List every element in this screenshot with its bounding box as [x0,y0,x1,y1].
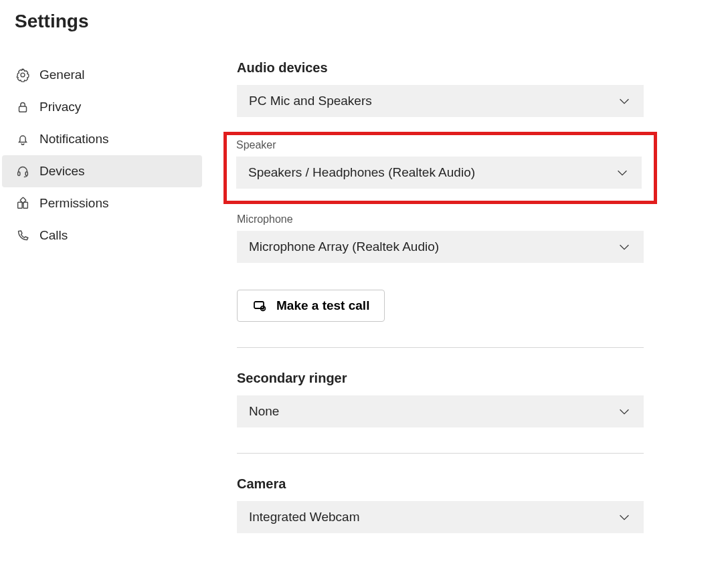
svg-rect-1 [19,106,27,112]
headset-icon [15,164,30,179]
microphone-label: Microphone [237,213,648,225]
chevron-down-icon [617,510,632,524]
svg-point-0 [21,73,25,77]
dropdown-value: Integrated Webcam [249,510,359,524]
sidebar-item-label: Permissions [39,196,108,211]
camera-heading: Camera [237,476,648,492]
dropdown-value: PC Mic and Speakers [249,94,372,108]
sidebar-item-label: Notifications [39,132,109,147]
svg-rect-3 [25,172,27,176]
divider [237,453,644,454]
chevron-down-icon [615,165,630,180]
microphone-dropdown[interactable]: Microphone Array (Realtek Audio) [237,231,644,263]
bell-icon [15,132,30,147]
secondary-ringer-heading: Secondary ringer [237,371,648,386]
speaker-dropdown[interactable]: Speakers / Headphones (Realtek Audio) [236,157,642,189]
gear-icon [15,68,30,82]
apps-icon [15,196,30,211]
test-call-icon [252,298,268,314]
page-title: Settings [15,11,728,32]
make-test-call-button[interactable]: Make a test call [237,290,385,322]
sidebar-item-permissions[interactable]: Permissions [2,187,202,219]
button-label: Make a test call [276,298,369,313]
sidebar-item-devices[interactable]: Devices [2,155,202,187]
sidebar-item-privacy[interactable]: Privacy [2,91,202,123]
chevron-down-icon [617,94,632,108]
dropdown-value: None [249,404,279,419]
sidebar-item-label: Privacy [39,100,81,114]
divider [237,347,644,348]
speaker-label: Speaker [236,139,642,151]
dropdown-value: Microphone Array (Realtek Audio) [249,239,439,254]
sidebar-item-label: General [39,68,85,82]
sidebar-item-calls[interactable]: Calls [2,219,202,252]
settings-sidebar: General Privacy Notifi [0,54,206,533]
lock-icon [15,100,30,114]
settings-main: Audio devices PC Mic and Speakers Speake… [206,54,728,533]
sidebar-item-notifications[interactable]: Notifications [2,123,202,155]
chevron-down-icon [617,239,632,254]
secondary-ringer-dropdown[interactable]: None [237,395,644,427]
phone-icon [15,228,30,243]
dropdown-value: Speakers / Headphones (Realtek Audio) [248,165,475,180]
svg-rect-4 [18,202,22,208]
svg-rect-7 [254,302,264,308]
sidebar-item-label: Calls [39,228,68,243]
chevron-down-icon [617,404,632,419]
sidebar-item-label: Devices [39,164,85,179]
audio-devices-heading: Audio devices [237,60,648,76]
sidebar-item-general[interactable]: General [2,59,202,91]
svg-rect-2 [18,172,20,176]
camera-dropdown[interactable]: Integrated Webcam [237,501,644,533]
audio-device-dropdown[interactable]: PC Mic and Speakers [237,85,644,117]
speaker-highlight-box: Speaker Speakers / Headphones (Realtek A… [223,132,657,204]
